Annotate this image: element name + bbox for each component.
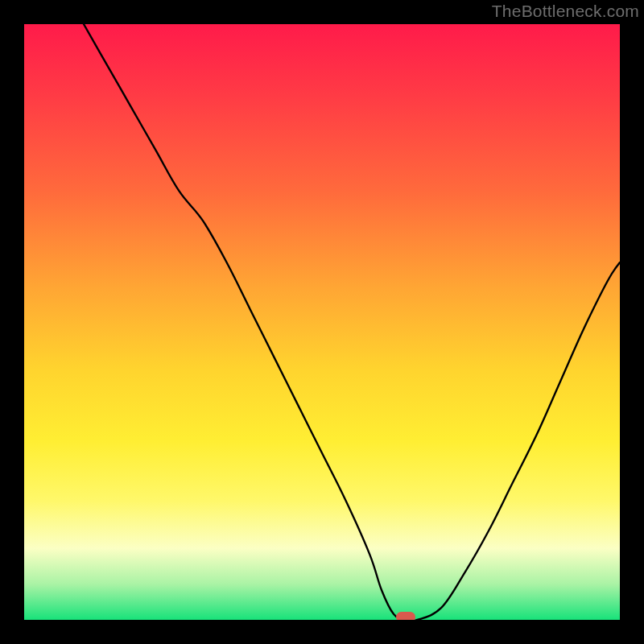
plot-area xyxy=(24,24,620,620)
bottleneck-curve xyxy=(24,24,620,620)
chart-frame: TheBottleneck.com xyxy=(0,0,644,644)
optimal-point-marker xyxy=(396,612,415,620)
watermark-text: TheBottleneck.com xyxy=(492,2,639,21)
